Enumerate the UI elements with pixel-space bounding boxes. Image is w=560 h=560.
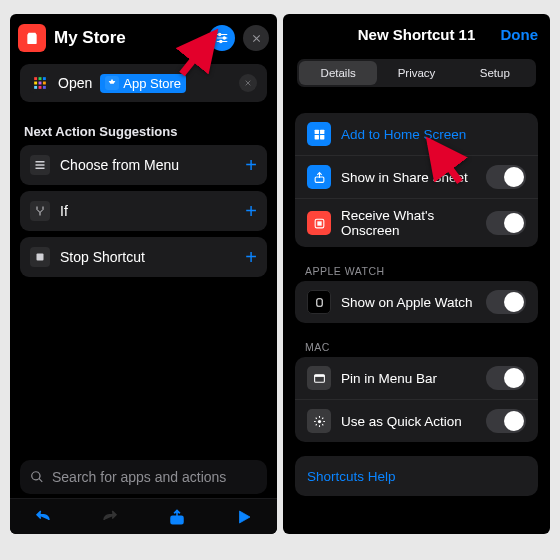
- shortcuts-help-row[interactable]: Shortcuts Help: [295, 456, 538, 496]
- pin-menubar-row[interactable]: Pin in Menu Bar: [295, 357, 538, 399]
- svg-rect-13: [36, 164, 45, 166]
- add-icon: +: [245, 158, 257, 172]
- svg-point-0: [219, 33, 221, 35]
- shortcut-icon[interactable]: [18, 24, 46, 52]
- app-param-chip[interactable]: App Store: [100, 74, 186, 93]
- segmented-control[interactable]: Details Privacy Setup: [297, 59, 536, 87]
- search-input[interactable]: Search for apps and actions: [20, 460, 267, 494]
- svg-rect-3: [34, 77, 37, 80]
- details-screen: New Shortcut 11 Done Details Privacy Set…: [283, 14, 550, 534]
- svg-point-27: [317, 419, 320, 422]
- svg-rect-7: [39, 82, 42, 85]
- mac-label: MAC: [283, 323, 550, 357]
- menubar-toggle[interactable]: [486, 366, 526, 390]
- run-button[interactable]: [231, 508, 257, 526]
- gear-icon: [307, 409, 331, 433]
- bottom-toolbar: [10, 498, 277, 534]
- tab-privacy[interactable]: Privacy: [377, 61, 455, 85]
- settings-button[interactable]: [209, 25, 235, 51]
- watch-card: Show on Apple Watch: [295, 281, 538, 323]
- mac-card: Pin in Menu Bar Use as Quick Action: [295, 357, 538, 442]
- svg-rect-19: [314, 135, 318, 139]
- add-icon: +: [245, 250, 257, 264]
- apple-watch-label: APPLE WATCH: [283, 247, 550, 281]
- stop-icon: [30, 247, 50, 267]
- svg-rect-14: [36, 168, 45, 170]
- undo-button[interactable]: [30, 508, 56, 526]
- suggestions-header: Next Action Suggestions: [10, 106, 277, 145]
- help-card: Shortcuts Help: [295, 456, 538, 496]
- svg-rect-24: [316, 298, 321, 306]
- show-on-watch-row[interactable]: Show on Apple Watch: [295, 281, 538, 323]
- svg-rect-6: [34, 82, 37, 85]
- add-to-home-screen-row[interactable]: Add to Home Screen: [295, 113, 538, 155]
- menubar-icon: [307, 366, 331, 390]
- svg-rect-20: [320, 135, 324, 139]
- share-icon: [307, 165, 331, 189]
- details-title: New Shortcut 11: [358, 26, 476, 43]
- svg-rect-17: [314, 129, 318, 133]
- tab-setup[interactable]: Setup: [456, 61, 534, 85]
- appstore-icon: [105, 76, 119, 90]
- close-button[interactable]: [243, 25, 269, 51]
- suggestion-item[interactable]: If +: [20, 191, 267, 231]
- show-in-share-sheet-row[interactable]: Show in Share Sheet: [295, 155, 538, 198]
- search-icon: [30, 470, 44, 484]
- apps-grid-icon: [30, 73, 50, 93]
- action-open-app[interactable]: Open App Store: [20, 64, 267, 102]
- home-icon: [307, 122, 331, 146]
- add-icon: +: [245, 204, 257, 218]
- suggestion-item[interactable]: Stop Shortcut +: [20, 237, 267, 277]
- done-button[interactable]: Done: [501, 26, 539, 43]
- shortcut-title[interactable]: My Store: [54, 28, 201, 48]
- clear-action-button[interactable]: [239, 74, 257, 92]
- svg-rect-18: [320, 129, 324, 133]
- svg-rect-16: [171, 516, 183, 524]
- branch-icon: [30, 201, 50, 221]
- details-header: New Shortcut 11 Done: [283, 14, 550, 53]
- onscreen-toggle[interactable]: [486, 211, 526, 235]
- svg-rect-8: [43, 82, 46, 85]
- suggestion-item[interactable]: Choose from Menu +: [20, 145, 267, 185]
- svg-rect-9: [34, 86, 37, 89]
- main-options-card: Add to Home Screen Show in Share Sheet R…: [295, 113, 538, 247]
- svg-rect-4: [39, 77, 42, 80]
- svg-point-2: [220, 40, 222, 42]
- editor-header: My Store: [10, 14, 277, 60]
- svg-rect-26: [314, 374, 324, 376]
- svg-rect-15: [37, 254, 44, 261]
- app-param-label: App Store: [123, 76, 181, 91]
- svg-rect-12: [36, 161, 45, 163]
- share-sheet-toggle[interactable]: [486, 165, 526, 189]
- editor-screen: My Store Open App Store Next A: [10, 14, 277, 534]
- receive-onscreen-row[interactable]: Receive What's Onscreen: [295, 198, 538, 247]
- suggestions-list: Choose from Menu + If + Stop Shortcut +: [10, 145, 277, 277]
- tab-details[interactable]: Details: [299, 61, 377, 85]
- quickaction-toggle[interactable]: [486, 409, 526, 433]
- open-label: Open: [58, 75, 92, 91]
- watch-icon: [307, 290, 331, 314]
- search-placeholder: Search for apps and actions: [52, 469, 226, 485]
- redo-button[interactable]: [97, 508, 123, 526]
- svg-rect-11: [43, 86, 46, 89]
- share-button[interactable]: [164, 508, 190, 526]
- quick-action-row[interactable]: Use as Quick Action: [295, 399, 538, 442]
- svg-point-1: [223, 37, 225, 39]
- svg-rect-5: [43, 77, 46, 80]
- svg-rect-10: [39, 86, 42, 89]
- screen-icon: [307, 211, 331, 235]
- menu-icon: [30, 155, 50, 175]
- svg-rect-23: [317, 221, 321, 225]
- watch-toggle[interactable]: [486, 290, 526, 314]
